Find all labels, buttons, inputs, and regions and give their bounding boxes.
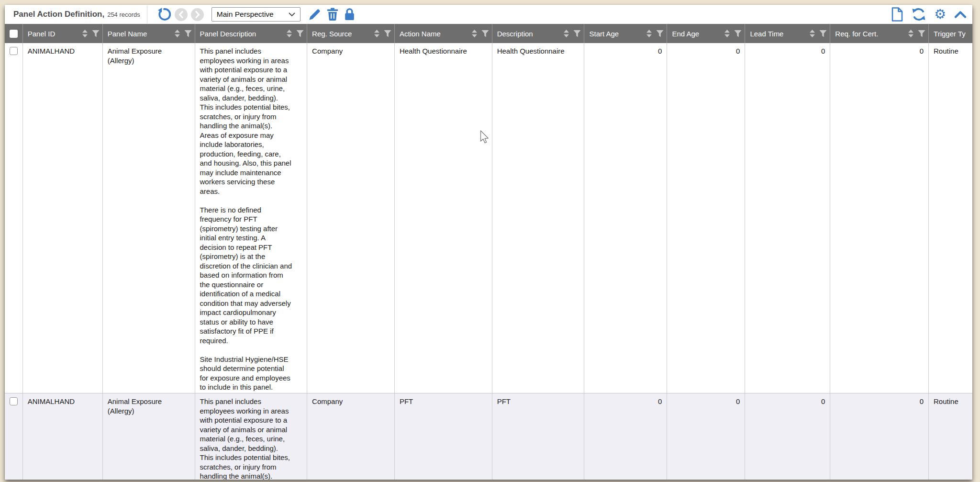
table-row[interactable]: ANIMALHAND Animal Exposure (Allergy) Thi… <box>5 43 972 393</box>
row-checkbox[interactable] <box>10 397 18 405</box>
sort-icon[interactable] <box>724 30 730 37</box>
filter-icon[interactable] <box>296 30 304 37</box>
cell-end-age: 0 <box>667 43 745 393</box>
cell-panel-name: Animal Exposure (Allergy) <box>103 43 195 393</box>
column-header-lead-time[interactable]: Lead Time <box>745 24 830 43</box>
cell-reg-source: Company <box>307 393 395 480</box>
app-window: Panel Action Definition, 254 records <box>5 5 972 480</box>
forward-icon <box>191 8 204 21</box>
edit-pencil-icon <box>308 8 321 21</box>
column-header-trigger-type[interactable]: Trigger Ty <box>929 24 972 43</box>
cell-description: Health Questionnaire <box>492 43 585 393</box>
refresh-icon <box>912 8 926 21</box>
cell-lead-time: 0 <box>745 43 830 393</box>
column-header-panel-id[interactable]: Panel ID <box>23 24 103 43</box>
column-label: End Age <box>672 30 724 38</box>
collapse-chevron-up-icon <box>954 11 967 19</box>
new-record-button[interactable] <box>891 7 903 22</box>
column-label: Start Age <box>589 30 646 38</box>
cell-end-age: 0 <box>667 393 745 480</box>
lock-icon <box>344 8 355 21</box>
sort-icon[interactable] <box>286 30 292 37</box>
cell-req-for-cert: 0 <box>830 43 929 393</box>
sort-icon[interactable] <box>809 30 815 37</box>
column-label: Panel Name <box>108 30 174 38</box>
data-grid: Panel ID Panel Name Panel Description Re… <box>5 24 972 480</box>
perspective-dropdown[interactable]: Main Perspective <box>212 7 301 22</box>
table-header-row: Panel ID Panel Name Panel Description Re… <box>5 24 972 43</box>
undo-icon <box>157 7 171 22</box>
lock-perspective-button[interactable] <box>344 8 355 21</box>
column-label: Panel Description <box>200 30 287 38</box>
sort-icon[interactable] <box>646 30 652 37</box>
cell-trigger-type: Routine <box>929 43 972 393</box>
column-label: Trigger Ty <box>934 30 972 38</box>
cell-trigger-type: Routine <box>929 393 972 480</box>
delete-perspective-button[interactable] <box>327 8 338 21</box>
table-row[interactable]: ANIMALHAND Animal Exposure (Allergy) Thi… <box>5 393 972 480</box>
filter-icon[interactable] <box>656 30 664 37</box>
filter-icon[interactable] <box>184 30 192 37</box>
refresh-button[interactable] <box>912 8 926 21</box>
cell-reg-source: Company <box>307 43 395 393</box>
trash-icon <box>327 8 338 21</box>
column-label: Reg. Source <box>312 30 374 38</box>
cell-action-name: Health Questionnaire <box>395 43 492 393</box>
cell-description: PFT <box>492 393 585 480</box>
cell-panel-description: This panel includes employees working in… <box>195 43 308 393</box>
column-header-end-age[interactable]: End Age <box>667 24 745 43</box>
sort-icon[interactable] <box>174 30 180 37</box>
filter-icon[interactable] <box>573 30 581 37</box>
select-all-header-cell <box>5 24 23 43</box>
cell-panel-id: ANIMALHAND <box>23 43 103 393</box>
chevron-down-icon <box>289 10 295 19</box>
cell-lead-time: 0 <box>745 393 830 480</box>
titlebar-right-actions: ⚙ <box>891 7 972 22</box>
back-button[interactable] <box>175 8 188 21</box>
cell-start-age: 0 <box>584 43 667 393</box>
edit-perspective-button[interactable] <box>308 8 321 21</box>
column-header-action-name[interactable]: Action Name <box>395 24 492 43</box>
collapse-panel-button[interactable] <box>954 11 967 19</box>
select-all-checkbox[interactable] <box>10 30 18 38</box>
page-title: Panel Action Definition, <box>13 10 104 19</box>
perspective-selected-value: Main Perspective <box>217 10 289 19</box>
row-select-cell <box>5 43 23 393</box>
filter-icon[interactable] <box>734 30 742 37</box>
column-label: Lead Time <box>750 30 809 38</box>
column-header-panel-description[interactable]: Panel Description <box>195 24 308 43</box>
gear-icon: ⚙ <box>934 8 946 21</box>
cell-panel-id: ANIMALHAND <box>23 393 103 480</box>
settings-button[interactable]: ⚙ <box>934 8 946 21</box>
sort-icon[interactable] <box>908 30 914 37</box>
cell-panel-name: Animal Exposure (Allergy) <box>103 393 195 480</box>
column-label: Action Name <box>400 30 471 38</box>
row-checkbox[interactable] <box>10 47 18 55</box>
forward-button[interactable] <box>191 8 204 21</box>
sort-icon[interactable] <box>563 30 569 37</box>
back-icon <box>175 8 188 21</box>
column-header-req-for-cert[interactable]: Req. for Cert. <box>830 24 929 43</box>
column-header-description[interactable]: Description <box>492 24 585 43</box>
record-count: 254 records <box>107 11 140 18</box>
cell-start-age: 0 <box>584 393 667 480</box>
column-header-reg-source[interactable]: Reg. Source <box>307 24 395 43</box>
cell-action-name: PFT <box>395 393 492 480</box>
filter-icon[interactable] <box>384 30 391 37</box>
undo-button[interactable] <box>157 7 171 22</box>
column-header-panel-name[interactable]: Panel Name <box>103 24 195 43</box>
titlebar-divider <box>147 5 147 23</box>
cell-req-for-cert: 0 <box>830 393 929 480</box>
new-document-icon <box>891 7 903 22</box>
row-select-cell <box>5 393 23 480</box>
filter-icon[interactable] <box>918 30 925 37</box>
sort-icon[interactable] <box>374 30 380 37</box>
filter-icon[interactable] <box>481 30 489 37</box>
filter-icon[interactable] <box>819 30 827 37</box>
filter-icon[interactable] <box>92 30 100 37</box>
column-label: Req. for Cert. <box>835 30 908 38</box>
title-group: Panel Action Definition, 254 records <box>13 10 140 19</box>
sort-icon[interactable] <box>82 30 88 37</box>
column-header-start-age[interactable]: Start Age <box>584 24 667 43</box>
sort-icon[interactable] <box>471 30 478 37</box>
